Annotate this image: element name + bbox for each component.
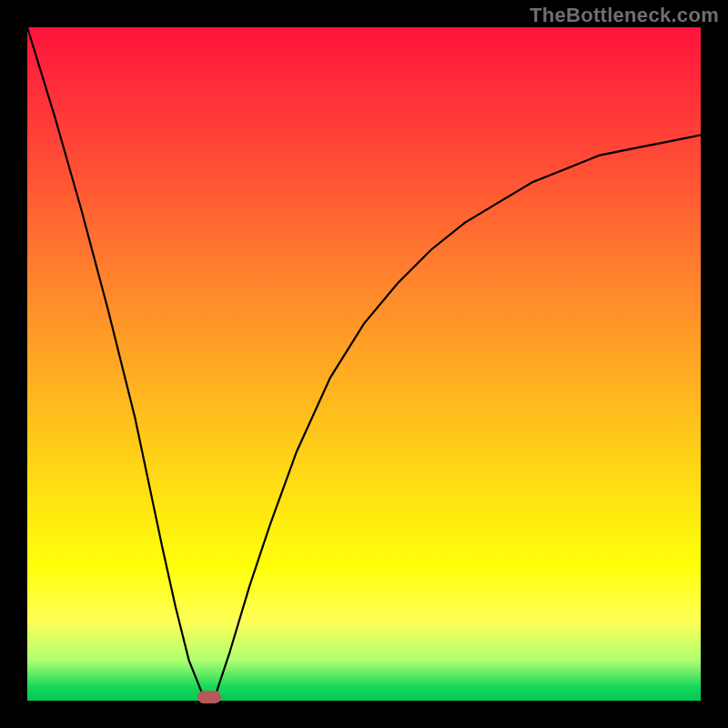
bottleneck-curve xyxy=(27,27,701,701)
optimum-marker xyxy=(197,691,221,703)
watermark-text: TheBottleneck.com xyxy=(530,4,719,27)
plot-area xyxy=(27,27,701,701)
chart-frame: TheBottleneck.com xyxy=(0,0,728,728)
curve-path xyxy=(27,27,701,701)
